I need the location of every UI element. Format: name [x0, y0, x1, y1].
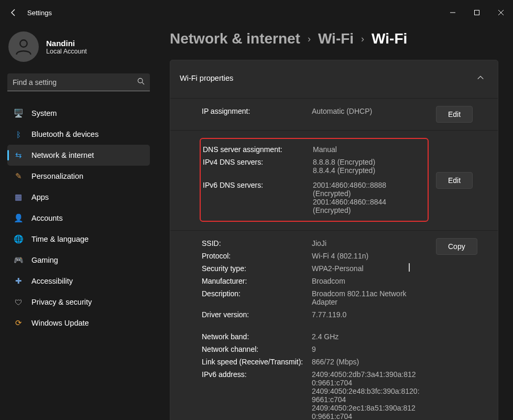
sidebar-item-bluetooth[interactable]: ᛒBluetooth & devices	[7, 124, 150, 145]
description-value: Broadcom 802.11ac Network Adapter	[312, 288, 422, 307]
ip-assignment-value: Automatic (DHCP)	[312, 106, 422, 116]
driver-label: Driver version:	[202, 309, 312, 320]
sidebar-item-label: Gaming	[31, 256, 58, 264]
copy-button[interactable]: Copy	[436, 238, 477, 255]
minimize-button[interactable]	[441, 4, 465, 21]
gaming-icon: 🎮	[14, 255, 23, 265]
ipv4-dns-value: 8.8.8.8 (Encrypted)8.8.4.4 (Encrypted)	[313, 157, 423, 176]
dns-assignment-value: Manual	[313, 144, 423, 155]
security-value: WPA2-Personal	[312, 263, 422, 274]
sidebar-item-time[interactable]: 🌐Time & language	[7, 229, 150, 250]
ipv6-address-value: 2409:4050:2db7:3a41:390a:8120:9661:c7042…	[312, 369, 422, 420]
chevron-up-icon	[477, 74, 484, 83]
manufacturer-value: Broadcom	[312, 276, 422, 286]
sidebar-item-label: System	[31, 109, 57, 117]
ssid-block: SSID:JioJi Protocol:Wi-Fi 4 (802.11n) Se…	[170, 230, 498, 328]
ipv4-dns-label: IPv4 DNS servers:	[203, 157, 313, 176]
protocol-label: Protocol:	[202, 251, 312, 261]
close-button[interactable]	[489, 4, 513, 21]
sidebar-item-label: Personalization	[31, 172, 83, 180]
sidebar: Nandini Local Account 🖥️SystemᛒBluetooth…	[0, 25, 157, 420]
sidebar-item-label: Accessibility	[31, 277, 73, 285]
search-box[interactable]	[7, 73, 150, 91]
channel-value: 9	[312, 344, 422, 354]
svg-point-3	[138, 78, 143, 83]
breadcrumb: Network & internet › Wi-Fi › Wi-Fi	[170, 30, 498, 47]
svg-line-4	[142, 82, 144, 84]
wifi-properties-panel: Wi-Fi properties IP assignment: Automati…	[170, 60, 498, 420]
ipv6-dns-value: 2001:4860:4860::8888 (Encrypted)2001:486…	[313, 180, 423, 216]
network-details-block: Network band:2.4 GHz Network channel:9 L…	[170, 328, 498, 420]
personalization-icon: ✎	[14, 171, 23, 181]
panel-title: Wi-Fi properties	[180, 74, 233, 82]
dns-assignment-label: DNS server assignment:	[203, 144, 313, 155]
protocol-value: Wi-Fi 4 (802.11n)	[312, 251, 422, 261]
titlebar: Settings	[0, 0, 513, 25]
breadcrumb-mid[interactable]: Wi-Fi	[318, 30, 354, 47]
window-controls	[441, 4, 513, 21]
panel-header[interactable]: Wi-Fi properties	[170, 60, 498, 96]
security-label: Security type:	[202, 263, 312, 274]
chevron-right-icon: ›	[361, 34, 364, 45]
sidebar-item-accounts[interactable]: 👤Accounts	[7, 208, 150, 229]
network-icon: ⇆	[14, 150, 23, 160]
sidebar-item-label: Bluetooth & devices	[31, 130, 99, 138]
sidebar-item-personalization[interactable]: ✎Personalization	[7, 166, 150, 187]
chevron-right-icon: ›	[308, 34, 311, 45]
ip-assignment-block: IP assignment: Automatic (DHCP) Edit	[170, 98, 498, 130]
sidebar-item-label: Privacy & security	[31, 298, 92, 306]
panel-body: IP assignment: Automatic (DHCP) Edit DNS…	[170, 96, 498, 420]
update-icon: ⟳	[14, 318, 23, 328]
speed-label: Link speed (Receive/Transmit):	[202, 357, 312, 367]
ssid-value: JioJi	[312, 238, 422, 249]
speed-value: 866/72 (Mbps)	[312, 357, 422, 367]
sidebar-item-network[interactable]: ⇆Network & internet	[7, 145, 150, 166]
dns-highlight-box: DNS server assignment: Manual IPv4 DNS s…	[200, 138, 429, 222]
sidebar-item-label: Network & internet	[31, 151, 94, 159]
search-icon	[137, 78, 145, 87]
sidebar-item-gaming[interactable]: 🎮Gaming	[7, 250, 150, 271]
main-content: Network & internet › Wi-Fi › Wi-Fi Wi-Fi…	[157, 25, 513, 420]
sidebar-item-accessibility[interactable]: ✚Accessibility	[7, 271, 150, 292]
sidebar-item-label: Time & language	[31, 235, 89, 243]
sidebar-item-label: Accounts	[31, 214, 63, 222]
channel-label: Network channel:	[202, 344, 312, 354]
sidebar-item-apps[interactable]: ▦Apps	[7, 187, 150, 208]
svg-rect-1	[475, 10, 479, 15]
sidebar-item-label: Windows Update	[31, 319, 89, 327]
breadcrumb-root[interactable]: Network & internet	[170, 30, 300, 47]
user-info[interactable]: Nandini Local Account	[7, 29, 150, 70]
sidebar-item-label: Apps	[31, 193, 49, 201]
sidebar-item-privacy[interactable]: 🛡Privacy & security	[7, 292, 150, 313]
text-cursor-icon	[409, 263, 410, 272]
search-input[interactable]	[13, 78, 137, 87]
description-label: Description:	[202, 288, 312, 307]
back-button[interactable]	[8, 7, 19, 18]
ipv6-dns-label: IPv6 DNS servers:	[203, 180, 313, 216]
sidebar-item-update[interactable]: ⟳Windows Update	[7, 313, 150, 333]
time-icon: 🌐	[14, 234, 23, 244]
breadcrumb-leaf: Wi-Fi	[372, 30, 407, 47]
svg-point-2	[20, 40, 27, 47]
privacy-icon: 🛡	[14, 297, 23, 307]
ipv6-address-label: IPv6 address:	[202, 369, 312, 420]
ip-assignment-label: IP assignment:	[202, 106, 312, 116]
ssid-label: SSID:	[202, 238, 312, 249]
manufacturer-label: Manufacturer:	[202, 276, 312, 286]
maximize-button[interactable]	[465, 4, 489, 21]
user-account-type: Local Account	[46, 48, 87, 55]
edit-ip-button[interactable]: Edit	[436, 106, 473, 123]
user-name: Nandini	[46, 39, 87, 48]
nav-list: 🖥️SystemᛒBluetooth & devices⇆Network & i…	[7, 103, 150, 333]
edit-dns-button[interactable]: Edit	[436, 172, 473, 189]
avatar	[8, 31, 39, 62]
dns-block: DNS server assignment: Manual IPv4 DNS s…	[170, 130, 498, 230]
apps-icon: ▦	[14, 192, 23, 202]
band-label: Network band:	[202, 331, 312, 342]
bluetooth-icon: ᛒ	[14, 130, 23, 139]
accounts-icon: 👤	[14, 213, 23, 223]
driver-value: 7.77.119.0	[312, 309, 422, 320]
sidebar-item-system[interactable]: 🖥️System	[7, 103, 150, 124]
system-icon: 🖥️	[14, 109, 23, 118]
band-value: 2.4 GHz	[312, 331, 422, 342]
